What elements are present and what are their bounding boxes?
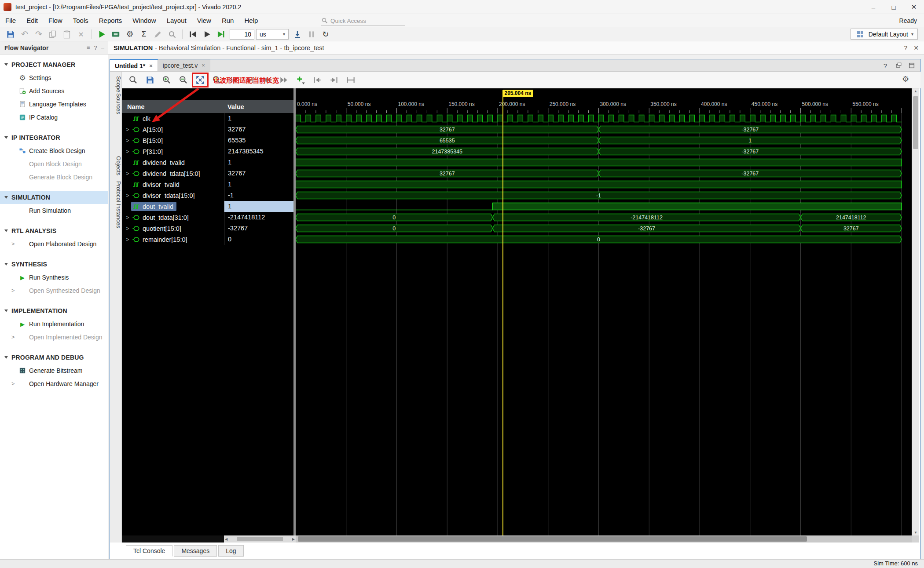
signal-value-dividend-tvalid[interactable]: 1 bbox=[224, 157, 293, 168]
restart-icon[interactable] bbox=[187, 29, 198, 40]
wave-settings-gear-icon[interactable]: ⚙ bbox=[901, 75, 910, 84]
flow-section-header-program-and-debug[interactable]: PROGRAM AND DEBUG bbox=[0, 351, 108, 364]
menu-reports[interactable]: Reports bbox=[94, 14, 128, 27]
close-icon[interactable]: ✕ bbox=[913, 44, 919, 51]
nav-item-run-simulation[interactable]: Run Simulation bbox=[0, 204, 108, 217]
time-ruler[interactable]: 0.000 ns50.000 ns100.000 ns150.000 ns200… bbox=[296, 88, 912, 113]
expand-chevron-icon[interactable]: > bbox=[124, 149, 131, 155]
signal-name-divisor-tvalid[interactable]: divisor_tvalid bbox=[122, 179, 224, 190]
scroll-right-icon[interactable]: ▶ bbox=[292, 537, 295, 541]
wave-scrollbar-thumb[interactable] bbox=[298, 536, 807, 542]
signal-value-dividend-tdata-15-0[interactable]: 32767 bbox=[224, 168, 293, 179]
scroll-up-icon[interactable]: ▲ bbox=[912, 89, 919, 93]
run-time-input[interactable] bbox=[230, 29, 254, 40]
help-icon[interactable]: ? bbox=[881, 62, 889, 69]
nav-item-open-elaborated-design[interactable]: >Open Elaborated Design bbox=[0, 237, 108, 251]
close-icon[interactable]: × bbox=[202, 62, 205, 69]
zoom-in-icon[interactable] bbox=[161, 75, 172, 85]
edit-icon[interactable] bbox=[153, 29, 163, 40]
go-to-end-icon[interactable] bbox=[329, 75, 339, 85]
layout-selector[interactable]: Default Layout ▾ bbox=[851, 29, 918, 40]
nav-item-open-block-design[interactable]: Open Block Design bbox=[0, 157, 108, 171]
nav-item-run-synthesis[interactable]: ▶Run Synthesis bbox=[0, 271, 108, 284]
signal-name-dout-tvalid[interactable]: dout_tvalid bbox=[122, 201, 224, 212]
console-tab-messages[interactable]: Messages bbox=[174, 545, 217, 557]
copy-icon[interactable] bbox=[48, 29, 58, 40]
redo-icon[interactable]: ↷ bbox=[33, 29, 44, 40]
side-tab-sources[interactable]: Sources bbox=[110, 91, 122, 116]
sigma-icon[interactable]: Σ bbox=[139, 29, 149, 40]
settings-gear-icon[interactable]: ⚙ bbox=[125, 29, 135, 40]
name-column-scrollbar[interactable]: ◀ ▶ bbox=[224, 535, 296, 543]
flow-section-header-synthesis[interactable]: SYNTHESIS bbox=[0, 258, 108, 271]
quick-access-search[interactable]: Quick Access bbox=[321, 16, 405, 26]
flow-section-header-implementation[interactable]: IMPLEMENTATION bbox=[0, 304, 108, 317]
add-wave-icon[interactable] bbox=[295, 75, 306, 85]
zoom-out-icon[interactable] bbox=[178, 75, 189, 85]
save-icon[interactable] bbox=[5, 29, 16, 40]
nav-item-add-sources[interactable]: Add Sources bbox=[0, 84, 108, 98]
signal-name-divisor-tdata-15-0[interactable]: >divisor_tdata[15:0] bbox=[122, 190, 224, 201]
signal-value-b-15-0[interactable]: 65535 bbox=[224, 135, 293, 146]
time-unit-select[interactable]: us▾ bbox=[256, 29, 289, 40]
signal-value-dout-tdata-31-0[interactable]: -2147418112 bbox=[224, 212, 293, 223]
scroll-down-icon[interactable]: ▼ bbox=[912, 531, 919, 535]
side-tab-protocol-instances[interactable]: Protocol Instances bbox=[110, 179, 122, 230]
menu-help[interactable]: Help bbox=[239, 14, 263, 27]
menu-view[interactable]: View bbox=[192, 14, 216, 27]
pause-icon[interactable] bbox=[306, 29, 317, 40]
minimize-button[interactable]: – bbox=[863, 0, 884, 14]
run-flow-icon[interactable] bbox=[96, 29, 107, 40]
scroll-left-icon[interactable]: ◀ bbox=[225, 537, 227, 541]
signal-value-p-31-0[interactable]: 2147385345 bbox=[224, 146, 293, 157]
menu-window[interactable]: Window bbox=[127, 14, 161, 27]
expand-chevron-icon[interactable]: > bbox=[124, 215, 131, 221]
expand-chevron-icon[interactable]: > bbox=[124, 171, 131, 177]
menu-run[interactable]: Run bbox=[216, 14, 239, 27]
help-icon[interactable]: ? bbox=[94, 44, 97, 51]
save-waveform-icon[interactable] bbox=[145, 75, 155, 85]
signal-name-quotient-15-0[interactable]: >quotient[15:0] bbox=[122, 223, 224, 234]
nav-item-generate-block-design[interactable]: Generate Block Design bbox=[0, 171, 108, 184]
time-cursor[interactable] bbox=[502, 90, 503, 535]
nav-item-run-implementation[interactable]: ▶Run Implementation bbox=[0, 317, 108, 331]
find-icon[interactable] bbox=[128, 75, 139, 85]
signal-value-quotient-15-0[interactable]: -32767 bbox=[224, 223, 293, 234]
vertical-scrollbar[interactable]: ▲ ▼ bbox=[912, 88, 919, 535]
run-all-icon[interactable] bbox=[202, 29, 212, 40]
expand-chevron-icon[interactable]: > bbox=[124, 138, 131, 144]
menu-layout[interactable]: Layout bbox=[161, 14, 192, 27]
probe-icon[interactable] bbox=[167, 29, 177, 40]
float-panel-icon[interactable] bbox=[895, 62, 902, 69]
signal-value-clk[interactable]: 1 bbox=[224, 113, 293, 124]
flow-section-header-ip-integrator[interactable]: IP INTEGRATOR bbox=[0, 131, 108, 144]
nav-item-language-templates[interactable]: Language Templates bbox=[0, 98, 108, 111]
nav-item-open-synthesized-design[interactable]: >Open Synthesized Design bbox=[0, 284, 108, 297]
undo-icon[interactable]: ↶ bbox=[19, 29, 30, 40]
signal-value-dout-tvalid[interactable]: 1 bbox=[224, 201, 293, 212]
close-button[interactable]: ✕ bbox=[904, 0, 924, 14]
signal-name-clk[interactable]: clk bbox=[122, 113, 224, 124]
collapse-icon[interactable]: – bbox=[101, 44, 104, 51]
go-to-start-icon[interactable] bbox=[312, 75, 323, 85]
delete-icon[interactable]: × bbox=[76, 29, 86, 40]
tab-untitled-1[interactable]: Untitled 1*× bbox=[110, 59, 158, 71]
signal-value-a-15-0[interactable]: 32767 bbox=[224, 124, 293, 135]
signal-name-dividend-tdata-15-0[interactable]: >dividend_tdata[15:0] bbox=[122, 168, 224, 179]
flow-section-header-simulation[interactable]: SIMULATION bbox=[0, 191, 108, 204]
maximize-button[interactable]: □ bbox=[884, 0, 904, 14]
side-tab-objects[interactable]: Objects bbox=[110, 154, 122, 177]
nav-item-open-hardware-manager[interactable]: >Open Hardware Manager bbox=[0, 377, 108, 390]
nav-item-ip-catalog[interactable]: IPIP Catalog bbox=[0, 111, 108, 124]
expand-chevron-icon[interactable]: > bbox=[124, 237, 131, 243]
tab-ipcore-test-v[interactable]: ipcore_test.v× bbox=[158, 59, 210, 71]
name-scrollbar-thumb[interactable] bbox=[237, 537, 283, 541]
signal-name-b-15-0[interactable]: >B[15:0] bbox=[122, 135, 224, 146]
menu-flow[interactable]: Flow bbox=[43, 14, 68, 27]
nav-item-settings[interactable]: ⚙Settings bbox=[0, 71, 108, 84]
signal-value-divisor-tdata-15-0[interactable]: -1 bbox=[224, 190, 293, 201]
signal-name-a-15-0[interactable]: >A[15:0] bbox=[122, 124, 224, 135]
nav-item-create-block-design[interactable]: Create Block Design bbox=[0, 144, 108, 157]
vertical-scrollbar-thumb[interactable] bbox=[913, 96, 918, 149]
program-device-icon[interactable] bbox=[110, 29, 121, 40]
